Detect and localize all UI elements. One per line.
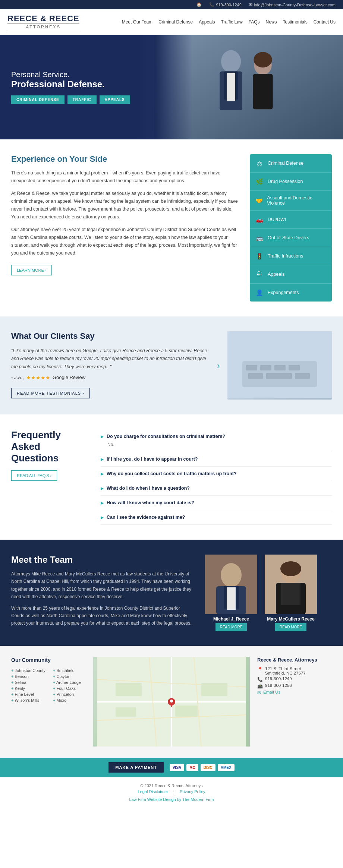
bottom-footer: © 2021 Reece & Reece, Attorneys Legal Di… xyxy=(0,777,343,808)
out-of-state-icon: 🚌 xyxy=(255,233,264,242)
michael-read-more[interactable]: READ MORE xyxy=(215,623,247,631)
menu-item-dui[interactable]: 🚗 DUI/DWI xyxy=(250,211,332,229)
faq-item-6: ▶ Can I see the evidence against me? xyxy=(101,510,332,525)
faq-question-5[interactable]: ▶ How will I know when my court date is? xyxy=(101,500,332,505)
main-para-3: Our attorneys have over 25 years of lega… xyxy=(11,226,239,258)
testimonial-image xyxy=(227,331,332,400)
nav-faqs[interactable]: FAQs xyxy=(249,19,260,25)
menu-item-drug[interactable]: 🌿 Drug Possession xyxy=(250,173,332,191)
contact-fax: 📠 919-300-1256 xyxy=(257,683,332,689)
visa-badge: VISA xyxy=(170,764,184,771)
hero-btn-criminal[interactable]: CRIMINAL DEFENSE xyxy=(11,95,64,104)
svg-point-41 xyxy=(170,700,173,703)
site-header: REECE & REECE ATTORNEYS Meet Our Team Cr… xyxy=(0,9,343,35)
faq-section: Frequently Asked Questions READ ALL FAQ'… xyxy=(0,414,343,540)
main-content-section: Experience on Your Side There's no such … xyxy=(0,139,343,316)
mary-read-more[interactable]: READ MORE xyxy=(275,623,307,631)
criminal-defense-icon: ⚖ xyxy=(255,159,264,168)
menu-item-assault[interactable]: 🤝 Assault and Domestic Violence xyxy=(250,191,332,211)
firm-name: Reece & Reece, Attorneys xyxy=(257,657,332,663)
map-placeholder xyxy=(93,657,250,747)
mary-reece-name: Mary McCullers Reece xyxy=(265,616,317,622)
community-title: Our Community xyxy=(11,657,86,663)
email-link[interactable]: Email Us xyxy=(263,690,280,694)
hero-content: Personal Service. Professional Defense. … xyxy=(0,56,141,119)
phone-icon: 📞 xyxy=(209,2,214,7)
svg-rect-13 xyxy=(289,365,300,370)
faq-question-4[interactable]: ▶ What do I do when I have a question? xyxy=(101,486,332,491)
faq-arrow-4: ▶ xyxy=(101,486,104,490)
copyright: © 2021 Reece & Reece, Attorneys xyxy=(6,783,337,788)
learn-more-button[interactable]: LEARN MORE › xyxy=(11,265,52,275)
menu-item-traffic[interactable]: 🚦 Traffic Infractions xyxy=(250,247,332,265)
nav-traffic[interactable]: Traffic Law xyxy=(221,19,243,25)
drug-possession-icon: 🌿 xyxy=(255,177,264,186)
main-section-title: Experience on Your Side xyxy=(11,154,239,164)
svg-point-7 xyxy=(254,52,272,67)
nav-news[interactable]: News xyxy=(266,19,277,25)
menu-item-out-of-state[interactable]: 🚌 Out-of-State Drivers xyxy=(250,229,332,247)
email-icon: ✉ xyxy=(257,690,261,695)
contact-column: Reece & Reece, Attorneys 📍 121 S. Third … xyxy=(250,657,332,747)
testimonial-navigation: › xyxy=(217,331,220,400)
faq-question-1[interactable]: ▶ Do you charge for consultations on cri… xyxy=(101,434,332,439)
nav-testimonials[interactable]: Testimonials xyxy=(283,19,308,25)
team-text: Meet the Team Attorneys Mike Reece and M… xyxy=(11,555,194,631)
read-more-testimonials-button[interactable]: READ MORE TESTIMONIALS › xyxy=(11,388,90,398)
community-item: Four Oaks xyxy=(53,685,81,691)
svg-rect-35 xyxy=(116,683,142,696)
faq-question-2[interactable]: ▶ If I hire you, do I have to appear in … xyxy=(101,457,332,462)
faq-question-3[interactable]: ▶ Why do you collect court costs on traf… xyxy=(101,471,332,476)
svg-rect-27 xyxy=(281,583,300,605)
menu-item-criminal[interactable]: ⚖ Criminal Defense xyxy=(250,154,332,173)
community-item: Benson xyxy=(11,673,45,679)
contact-phone: 📞 919-300-1249 xyxy=(257,676,332,682)
legal-disclaimer-link[interactable]: Legal Disclaimer xyxy=(138,789,168,795)
home-link[interactable]: 🏠 xyxy=(196,2,202,7)
michael-reece-photo xyxy=(205,555,257,614)
hero-btn-appeals[interactable]: APPEALS xyxy=(100,95,130,104)
hero-image xyxy=(154,35,343,139)
community-list-1: Johnston County Benson Selma Kenly Pine … xyxy=(11,667,45,703)
svg-rect-10 xyxy=(246,365,257,370)
privacy-policy-link[interactable]: Privacy Policy xyxy=(180,789,205,795)
svg-rect-4 xyxy=(227,73,235,101)
menu-item-expungements[interactable]: 👤 Expungements xyxy=(250,284,332,302)
team-para-1: Attorneys Mike Reece and Mary McCullers … xyxy=(11,570,194,601)
faq-arrow-6: ▶ xyxy=(101,515,104,520)
faq-arrow-1: ▶ xyxy=(101,435,104,439)
team-title: Meet the Team xyxy=(11,555,194,565)
read-all-faqs-button[interactable]: READ ALL FAQ'S › xyxy=(11,470,57,481)
community-column: Our Community Johnston County Benson Sel… xyxy=(11,657,93,747)
nav-criminal[interactable]: Criminal Defense xyxy=(158,19,193,25)
svg-rect-38 xyxy=(201,683,227,696)
testimonial-next-button[interactable]: › xyxy=(217,360,220,371)
faq-item-3: ▶ Why do you collect court costs on traf… xyxy=(101,467,332,481)
faq-question-6[interactable]: ▶ Can I see the evidence against me? xyxy=(101,515,332,520)
make-payment-button[interactable]: MAKE A PAYMENT xyxy=(108,762,164,773)
faq-arrow-5: ▶ xyxy=(101,501,104,505)
main-text: Experience on Your Side There's no such … xyxy=(11,154,239,302)
design-credit-link[interactable]: Law Firm Website Design by The Modern Fi… xyxy=(129,797,214,802)
faq-item-1: ▶ Do you charge for consultations on cri… xyxy=(101,429,332,452)
svg-rect-22 xyxy=(227,587,236,610)
michael-reece-name: Michael J. Reece xyxy=(205,616,257,622)
nav-meet-team[interactable]: Meet Our Team xyxy=(122,19,152,25)
card-badges: VISA MC DISC AMEX xyxy=(170,764,235,771)
nav-appeals[interactable]: Appeals xyxy=(199,19,215,25)
nav-contact[interactable]: Contact Us xyxy=(314,19,336,25)
faq-answer-1: No. xyxy=(101,439,332,447)
logo[interactable]: REECE & REECE ATTORNEYS xyxy=(7,14,79,30)
hero-buttons: CRIMINAL DEFENSE TRAFFIC APPEALS xyxy=(11,95,130,104)
svg-point-25 xyxy=(280,561,301,576)
star-rating: ★★★★★ xyxy=(26,375,50,381)
hero-btn-traffic[interactable]: TRAFFIC xyxy=(67,95,97,104)
hero-section: Personal Service. Professional Defense. … xyxy=(0,35,343,139)
community-item: Smithfield xyxy=(53,667,81,673)
community-cols: Johnston County Benson Selma Kenly Pine … xyxy=(11,667,86,703)
top-bar: 🏠 📞 919-300-1249 ✉ info@Johnston-County-… xyxy=(0,0,343,9)
community-list-2: Smithfield Clayton Archer Lodge Four Oak… xyxy=(53,667,81,703)
footer-section: Our Community Johnston County Benson Sel… xyxy=(0,646,343,758)
community-item: Wilson's Mills xyxy=(11,697,45,703)
menu-item-appeals[interactable]: 🏛 Appeals xyxy=(250,265,332,284)
